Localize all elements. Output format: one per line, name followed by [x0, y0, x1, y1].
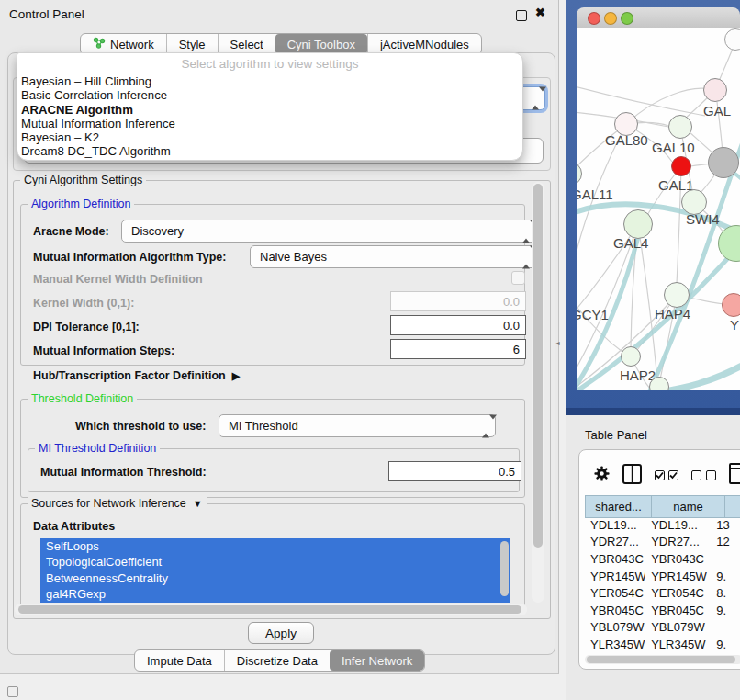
node-label-swi4: SWI4 [686, 211, 720, 227]
table-row[interactable]: YLR345WYLR345W9. [585, 636, 740, 653]
table-cell: 13 [712, 518, 740, 532]
combo-stepper-icon[interactable] [482, 419, 490, 433]
table-cell: YDL19... [585, 518, 645, 532]
popup-prompt: Select algorithm to view settings [17, 53, 522, 74]
tab-discretize-data[interactable]: Discretize Data [224, 650, 330, 671]
aracne-mode-combo[interactable]: Discovery [121, 220, 536, 243]
close-icon[interactable]: ✖ [535, 6, 545, 19]
kernel-width-field[interactable]: 0.0 [390, 291, 526, 311]
network-window-titlebar[interactable] [577, 7, 740, 28]
tab-network[interactable]: Network [81, 34, 166, 54]
data-attribute-item[interactable]: gal4RGexp [40, 586, 510, 602]
algorithm-option[interactable]: Bayesian – K2 [17, 130, 522, 144]
float-icon[interactable] [516, 10, 527, 21]
table-cell: YPR145W [585, 570, 645, 583]
cyni-bottom-tabs: Impute DataDiscretize DataInfer Network [134, 649, 425, 672]
tab-label: Cyni Toolbox [287, 38, 355, 51]
tab-label: Impute Data [147, 654, 212, 668]
table-row[interactable]: YPR145WYPR145W9. [585, 568, 740, 585]
node-label-gal10: GAL10 [652, 140, 695, 155]
table-row[interactable]: YBL079WYBL079W [585, 619, 740, 637]
settings-hscroll-thumb[interactable] [18, 605, 521, 614]
tab-style[interactable]: Style [166, 34, 218, 54]
dpi-tolerance-field[interactable]: 0.0 [390, 315, 526, 335]
new-table-icon[interactable] [729, 463, 740, 488]
which-threshold-label: Which threshold to use: [75, 420, 206, 433]
network-node-gal10[interactable] [668, 115, 692, 139]
minimize-traffic-light[interactable] [604, 12, 617, 25]
split-columns-icon[interactable] [622, 464, 642, 488]
network-node-gal1[interactable] [671, 156, 691, 176]
network-view-edge [566, 408, 740, 415]
network-node-partial-top[interactable] [724, 28, 740, 51]
mi-threshold-field[interactable]: 0.5 [388, 461, 521, 481]
column-header[interactable] [725, 495, 740, 518]
gear-icon[interactable] [594, 466, 610, 485]
table-row[interactable]: YBR045CYBR045C9. [585, 602, 740, 619]
checked-boxes-icon[interactable] [655, 468, 678, 484]
network-node-hap4[interactable] [664, 282, 690, 308]
unchecked-boxes-icon[interactable] [691, 468, 715, 484]
algorithm-option[interactable]: ARACNE Algorithm [17, 103, 522, 117]
tab-impute-data[interactable]: Impute Data [135, 650, 224, 671]
mi-type-combo[interactable]: Naive Bayes [250, 245, 536, 268]
table-cell: YDR27... [645, 535, 712, 548]
table-hscroll-thumb[interactable] [587, 656, 735, 663]
collapse-down-icon: ▼ [193, 498, 203, 509]
combo-stepper-icon[interactable] [532, 92, 540, 106]
data-attribute-item[interactable]: BetweennessCentrality [40, 570, 510, 586]
table-cell: YBR045C [585, 604, 645, 617]
dock-panel-icon[interactable] [7, 686, 18, 697]
tab-infer-network[interactable]: Infer Network [330, 650, 424, 671]
network-node-gray-node[interactable] [708, 147, 739, 178]
node-label-gal4: GAL4 [613, 235, 648, 251]
table-row[interactable]: YDR27...YDR27...12 [585, 534, 740, 551]
apply-button[interactable]: Apply [248, 622, 314, 644]
tab-jactivemnodules[interactable]: jActiveMNodules [367, 34, 481, 54]
splitter-collapse-icon[interactable]: ◄ [555, 340, 561, 346]
which-threshold-combo[interactable]: MI Threshold [219, 414, 496, 437]
combo-stepper-icon[interactable] [522, 224, 531, 238]
table-cell: YBR043C [585, 552, 645, 566]
data-attribute-item[interactable]: SelfLoops [40, 538, 510, 554]
settings-vscroll-thumb[interactable] [533, 184, 543, 548]
mi-type-value: Naive Bayes [260, 250, 327, 264]
network-node-gal-cut[interactable] [703, 78, 727, 102]
hub-definition-label: Hub/Transcription Factor Definition [33, 369, 226, 382]
attribute-list-scrollbar[interactable] [500, 541, 509, 596]
close-traffic-light[interactable] [588, 12, 600, 25]
algorithm-option[interactable]: Mutual Information Inference [17, 117, 522, 130]
hub-definition-expander[interactable]: Hub/Transcription Factor Definition▶ [33, 369, 240, 382]
network-icon [93, 37, 106, 51]
table-hscroll-track [585, 655, 740, 664]
column-header[interactable]: name [652, 495, 725, 518]
table-cell: 9. [712, 604, 740, 617]
network-node-hap2[interactable] [621, 346, 641, 367]
algorithm-option[interactable]: Dream8 DC_TDC Algorithm [17, 144, 522, 158]
algorithm-option[interactable]: Basic Correlation Inference [17, 88, 522, 102]
node-label-gal11: GAL11 [577, 186, 613, 202]
algorithm-option[interactable]: Bayesian – Hill Climbing [17, 74, 522, 88]
tab-label: Infer Network [342, 654, 412, 668]
table-row[interactable]: YDL19...YDL19...13 [585, 516, 740, 534]
mi-steps-field[interactable]: 6 [390, 339, 526, 359]
node-label-gal-cut: GAL [703, 103, 731, 119]
tab-label: Select [230, 38, 263, 51]
column-header[interactable]: shared... [585, 495, 652, 518]
combo-stepper-icon[interactable] [522, 250, 531, 264]
table-row[interactable]: YBR043CYBR043C [585, 550, 740, 568]
mi-threshold-label: Mutual Information Threshold: [40, 466, 207, 479]
threshold-definition-title: Threshold Definition [28, 392, 137, 405]
network-canvas[interactable]: GALGAL80GAL10GAL1GAL11SWI4GAL4GCY1HAP4YH… [577, 28, 740, 390]
tab-select[interactable]: Select [218, 34, 275, 54]
table-row[interactable]: YER054CYER054C8. [585, 584, 740, 602]
aracne-mode-label: Aracne Mode: [33, 225, 109, 238]
network-node-salmon[interactable] [722, 293, 740, 317]
tab-label: Discretize Data [237, 654, 318, 668]
table-header-row: shared...name [585, 495, 740, 518]
manual-kernel-checkbox[interactable] [511, 271, 525, 285]
data-attribute-item[interactable]: TopologicalCoefficient [40, 554, 510, 570]
zoom-traffic-light[interactable] [621, 12, 633, 25]
tab-cyni-toolbox[interactable]: Cyni Toolbox [275, 34, 367, 54]
node-label-salmon: Y [730, 317, 739, 333]
